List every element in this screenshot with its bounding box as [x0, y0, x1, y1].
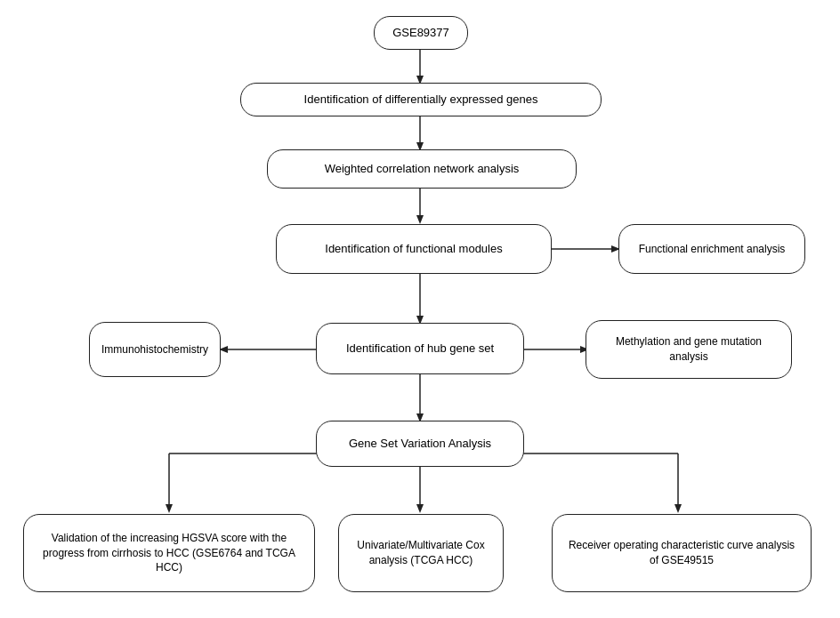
hub-gene-box: Identification of hub gene set [316, 323, 524, 374]
validation-box: Validation of the increasing HGSVA score… [23, 514, 315, 592]
roc-box: Receiver operating characteristic curve … [552, 514, 812, 592]
gse-box: GSE89377 [374, 16, 468, 50]
cox-box: Univariate/Multivariate Cox analysis (TC… [338, 514, 504, 592]
svg-marker-5 [416, 215, 424, 224]
deg-box: Identification of differentially express… [240, 83, 602, 116]
svg-marker-18 [166, 504, 173, 513]
wcna-box: Weighted correlation network analysis [267, 149, 577, 189]
svg-marker-23 [674, 504, 682, 513]
immunohistochemistry-box: Immunohistochemistry [89, 322, 221, 377]
diagram: GSE89377 Identification of differentiall… [0, 0, 840, 618]
methylation-box: Methylation and gene mutation analysis [586, 320, 792, 379]
gsva-box: Gene Set Variation Analysis [316, 421, 524, 467]
svg-marker-20 [416, 504, 424, 513]
functional-modules-box: Identification of functional modules [276, 224, 552, 274]
functional-enrichment-box: Functional enrichment analysis [618, 224, 805, 274]
